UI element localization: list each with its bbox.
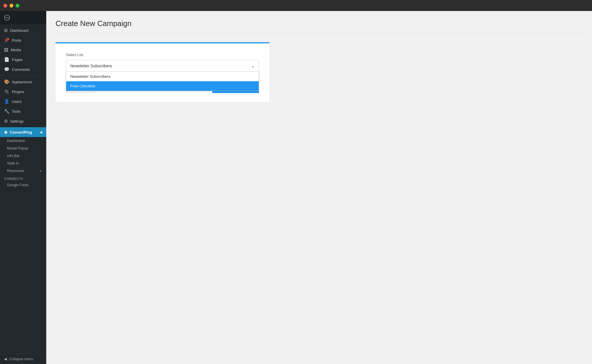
svg-point-1	[7, 17, 8, 18]
sidebar-item-settings[interactable]: ⚙ Settings	[0, 116, 46, 126]
sidebar-item-users[interactable]: 👤 Users	[0, 97, 46, 106]
resources-chevron-icon: ▼	[39, 169, 42, 173]
plugins-icon: 🔌	[4, 89, 10, 94]
sidebar-item-posts[interactable]: 📌 Posts	[0, 35, 46, 45]
convertplug-icon: ◈	[4, 130, 8, 135]
close-button[interactable]	[3, 4, 7, 8]
settings-icon: ⚙	[4, 119, 8, 124]
media-icon: 🖼	[4, 47, 8, 52]
sidebar-nav: ⊞ Dashboard 📌 Posts 🖼 Media 📄 Pages 💬 Co…	[0, 24, 46, 127]
campaign-card: Select List Newsletter Subscribers ⌄ New…	[56, 42, 269, 102]
select-list-value: Newsletter Subscribers	[70, 64, 112, 68]
sidebar-item-convertplug[interactable]: ◈ ConvertPlug ◀	[0, 127, 46, 137]
sidebar-divider-1	[0, 75, 46, 76]
tools-icon: 🔧	[4, 109, 10, 114]
collapse-menu-button[interactable]: ◀ Collapse menu	[0, 354, 46, 364]
sidebar-item-info-bar[interactable]: Info Bar	[0, 152, 46, 160]
dropdown-option-newsletter-subscribers[interactable]: Newsletter Subscribers	[66, 72, 259, 81]
select-list-display[interactable]: Newsletter Subscribers ⌄	[66, 60, 259, 72]
sidebar-item-resources[interactable]: Resources ▼	[0, 167, 46, 175]
wordpress-icon	[4, 15, 10, 21]
sidebar-item-cp-dashboard[interactable]: Dashboard	[0, 137, 46, 145]
posts-icon: 📌	[4, 38, 10, 43]
appearance-icon: 🎨	[4, 79, 10, 84]
sidebar-item-appearance[interactable]: 🎨 Appearance	[0, 77, 46, 87]
select-list-wrapper: Newsletter Subscribers ⌄ Newsletter Subs…	[66, 60, 259, 72]
sidebar-item-dashboard[interactable]: ⊞ Dashboard	[0, 25, 46, 35]
dropdown-option-free-checklist[interactable]: Free Checklist	[66, 81, 259, 91]
convertplug-submenu: Dashboard Modal Popup Info Bar Slide In …	[0, 137, 46, 175]
sidebar-item-google-fonts[interactable]: Google Fonts	[4, 182, 42, 189]
page-title: Create New Campaign	[56, 19, 583, 28]
convertplug-arrow-icon: ◀	[40, 131, 42, 134]
sidebar-item-pages[interactable]: 📄 Pages	[0, 55, 46, 64]
comments-icon: 💬	[4, 67, 10, 72]
select-list-label: Select List	[66, 53, 259, 57]
title-bar	[0, 0, 592, 11]
sidebar-item-plugins[interactable]: 🔌 Plugins	[0, 87, 46, 97]
chevron-down-icon: ⌄	[251, 63, 255, 69]
connects-label: Connects	[4, 177, 42, 180]
convertplug-section: ◈ ConvertPlug ◀	[0, 127, 46, 137]
connects-section: Connects Google Fonts	[0, 175, 46, 190]
sidebar: ⊞ Dashboard 📌 Posts 🖼 Media 📄 Pages 💬 Co…	[0, 11, 46, 364]
pages-icon: 📄	[4, 57, 10, 62]
sidebar-logo	[0, 11, 46, 24]
sidebar-item-comments[interactable]: 💬 Comments	[0, 64, 46, 74]
sidebar-item-media[interactable]: 🖼 Media	[0, 45, 46, 55]
sidebar-item-modal-popup[interactable]: Modal Popup	[0, 145, 46, 152]
sidebar-item-tools[interactable]: 🔧 Tools	[0, 106, 46, 116]
maximize-button[interactable]	[16, 4, 19, 8]
minimize-button[interactable]	[10, 4, 13, 8]
dashboard-icon: ⊞	[4, 28, 8, 33]
sidebar-item-slide-in[interactable]: Slide In	[0, 160, 46, 167]
page-divider	[56, 33, 583, 34]
app-wrapper: ⊞ Dashboard 📌 Posts 🖼 Media 📄 Pages 💬 Co…	[0, 11, 592, 364]
select-list-dropdown: Newsletter Subscribers Free Checklist	[66, 72, 259, 91]
main-content: Create New Campaign Select List Newslett…	[46, 11, 592, 364]
collapse-icon: ◀	[4, 357, 7, 361]
users-icon: 👤	[4, 99, 10, 104]
